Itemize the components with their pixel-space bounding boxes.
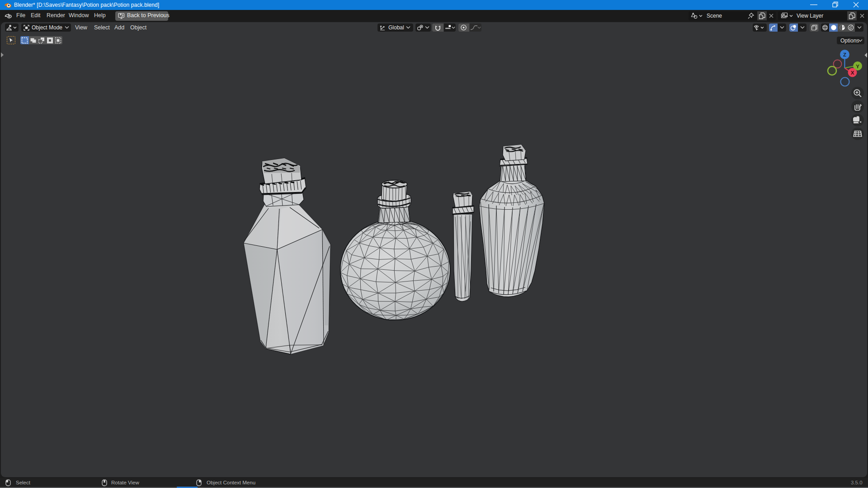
svg-text:X: X: [851, 70, 854, 75]
svg-text:Y: Y: [856, 64, 859, 69]
svg-text:Z: Z: [843, 52, 846, 57]
